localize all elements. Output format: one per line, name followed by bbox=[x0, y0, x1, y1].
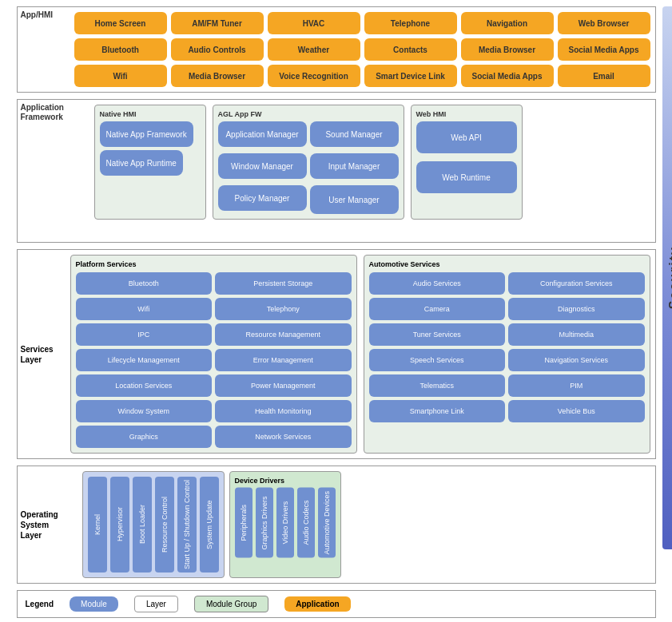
web-hmi-btns: Web API Web Runtime bbox=[416, 121, 517, 193]
app-social-media[interactable]: Social Media Apps bbox=[558, 38, 650, 61]
svc-bluetooth[interactable]: Bluetooth bbox=[76, 272, 213, 295]
legend-section: Legend Module Layer Module Group Applica… bbox=[17, 590, 656, 618]
os-core-box: Kernel Hypervisor Boot Loader Resource C… bbox=[82, 471, 225, 578]
os-boot-loader[interactable]: Boot Loader bbox=[133, 477, 152, 572]
legend-app-item: Application bbox=[284, 596, 350, 612]
app-wifi[interactable]: Wifi bbox=[74, 65, 167, 87]
platform-services-label: Platform Services bbox=[76, 260, 352, 268]
web-api[interactable]: Web API bbox=[416, 121, 517, 153]
services-label: Services Layer bbox=[21, 344, 65, 365]
svc-telematics[interactable]: Telematics bbox=[369, 374, 506, 397]
services-section: Services Layer Platform Services Bluetoo… bbox=[17, 249, 656, 459]
svc-tuner[interactable]: Tuner Services bbox=[369, 323, 506, 346]
app-social-media2[interactable]: Social Media Apps bbox=[461, 65, 554, 87]
app-web-browser[interactable]: Web Browser bbox=[558, 12, 650, 34]
dd-automotive-devices[interactable]: Automotive Devices bbox=[318, 488, 336, 558]
legend-group-box: Module Group bbox=[194, 596, 268, 612]
legend-layer-item: Layer bbox=[134, 596, 178, 612]
services-content: Platform Services Bluetooth Persistent S… bbox=[70, 255, 650, 454]
legend-layer-box: Layer bbox=[134, 596, 178, 612]
app-weather[interactable]: Weather bbox=[268, 38, 360, 61]
input-manager[interactable]: Input Manager bbox=[310, 153, 399, 179]
svc-error-mgmt[interactable]: Error Management bbox=[215, 349, 352, 371]
web-hmi-label: Web HMI bbox=[416, 110, 517, 118]
native-hmi-label: Native HMI bbox=[100, 110, 201, 118]
app-smart-device-link[interactable]: Smart Device Link bbox=[364, 65, 457, 87]
svc-location[interactable]: Location Services bbox=[76, 374, 213, 397]
security-bar: Security bbox=[662, 6, 673, 549]
os-kernel[interactable]: Kernel bbox=[88, 477, 107, 572]
app-voice-recognition[interactable]: Voice Recognition bbox=[268, 65, 360, 87]
svc-telephony[interactable]: Telephony bbox=[215, 298, 352, 320]
legend-module-item: Module bbox=[70, 596, 118, 612]
os-label: Operating System Layer bbox=[21, 509, 73, 541]
dd-items: Peripherals Graphics Drivers Video Drive… bbox=[235, 488, 336, 558]
app-bluetooth[interactable]: Bluetooth bbox=[74, 38, 167, 61]
legend-label: Legend bbox=[26, 600, 54, 608]
agl-grid: Application Manager Sound Manager Window… bbox=[218, 121, 399, 214]
svc-window-system[interactable]: Window System bbox=[76, 400, 213, 422]
device-drivers-label: Device Drivers bbox=[235, 477, 336, 485]
svc-graphics[interactable]: Graphics bbox=[76, 426, 213, 448]
svc-health-monitoring[interactable]: Health Monitoring bbox=[215, 400, 352, 422]
automotive-grid: Audio Services Configuration Services Ca… bbox=[369, 272, 645, 422]
dd-video-drivers[interactable]: Video Drivers bbox=[276, 488, 294, 558]
policy-manager[interactable]: Policy Manager bbox=[218, 185, 307, 211]
dd-graphics-drivers[interactable]: Graphics Drivers bbox=[256, 488, 273, 558]
agl-box: AGL App FW Application Manager Sound Man… bbox=[213, 105, 404, 220]
window-manager[interactable]: Window Manager bbox=[218, 153, 307, 179]
svc-navigation[interactable]: Navigation Services bbox=[508, 349, 645, 371]
sound-manager[interactable]: Sound Manager bbox=[310, 121, 399, 147]
platform-grid: Bluetooth Persistent Storage Wifi Teleph… bbox=[76, 272, 352, 448]
os-startup-shutdown[interactable]: Start Up / Shutdown Control bbox=[177, 477, 197, 572]
device-drivers-box: Device Drivers Peripherals Graphics Driv… bbox=[229, 471, 341, 578]
app-hvac[interactable]: HVAC bbox=[268, 12, 360, 34]
app-telephone[interactable]: Telephone bbox=[364, 12, 457, 34]
os-system-update[interactable]: System Update bbox=[200, 477, 219, 572]
app-audio-controls[interactable]: Audio Controls bbox=[171, 38, 264, 61]
web-runtime[interactable]: Web Runtime bbox=[416, 161, 517, 193]
native-app-framework[interactable]: Native App Framework bbox=[100, 121, 193, 147]
web-hmi-box: Web HMI Web API Web Runtime bbox=[411, 105, 523, 220]
svc-smartphone-link[interactable]: Smartphone Link bbox=[369, 400, 506, 422]
app-navigation[interactable]: Navigation bbox=[461, 12, 554, 34]
dd-audio-codecs[interactable]: Audio Codecs bbox=[297, 488, 315, 558]
legend-module-box: Module bbox=[70, 596, 118, 612]
svc-lifecycle[interactable]: Lifecycle Management bbox=[76, 349, 213, 371]
native-hmi-box: Native HMI Native App Framework Native A… bbox=[94, 105, 206, 220]
security-label: Security bbox=[667, 246, 673, 309]
apphmi-content: Home Screen AM/FM Tuner HVAC Telephone N… bbox=[74, 12, 650, 87]
os-resource-control[interactable]: Resource Control bbox=[155, 477, 174, 572]
os-content: Kernel Hypervisor Boot Loader Resource C… bbox=[82, 471, 650, 578]
svc-speech[interactable]: Speech Services bbox=[369, 349, 506, 371]
apphmi-label: App/HMI bbox=[21, 10, 54, 20]
svc-camera[interactable]: Camera bbox=[369, 298, 506, 320]
svc-diagnostics[interactable]: Diagnostics bbox=[508, 298, 645, 320]
svc-wifi[interactable]: Wifi bbox=[76, 298, 213, 320]
svc-pim[interactable]: PIM bbox=[508, 374, 645, 397]
svc-power-mgmt[interactable]: Power Management bbox=[215, 374, 352, 397]
svc-network-services[interactable]: Network Services bbox=[215, 426, 352, 448]
os-section: Operating System Layer Kernel Hypervisor… bbox=[17, 466, 656, 584]
os-hypervisor[interactable]: Hypervisor bbox=[110, 477, 129, 572]
app-home-screen[interactable]: Home Screen bbox=[74, 12, 167, 34]
app-contacts[interactable]: Contacts bbox=[364, 38, 457, 61]
svc-vehicle-bus[interactable]: Vehicle Bus bbox=[508, 400, 645, 422]
svc-multimedia[interactable]: Multimedia bbox=[508, 323, 645, 346]
automotive-services-label: Automotive Services bbox=[369, 260, 645, 268]
appfw-label: Application Framework bbox=[21, 103, 89, 122]
svc-persistent-storage[interactable]: Persistent Storage bbox=[215, 272, 352, 295]
svc-ipc[interactable]: IPC bbox=[76, 323, 213, 346]
platform-services-box: Platform Services Bluetooth Persistent S… bbox=[70, 255, 357, 454]
dd-peripherals[interactable]: Peripherals bbox=[235, 488, 252, 558]
application-manager[interactable]: Application Manager bbox=[218, 121, 307, 147]
app-amfm-tuner[interactable]: AM/FM Tuner bbox=[171, 12, 264, 34]
native-app-runtime[interactable]: Native App Runtime bbox=[100, 150, 183, 176]
svc-audio[interactable]: Audio Services bbox=[369, 272, 506, 295]
app-media-browser[interactable]: Media Browser bbox=[461, 38, 554, 61]
svc-resource-mgmt[interactable]: Resource Management bbox=[215, 323, 352, 346]
svc-config[interactable]: Configuration Services bbox=[508, 272, 645, 295]
user-manager[interactable]: User Manager bbox=[310, 185, 399, 214]
app-media-browser2[interactable]: Media Browser bbox=[171, 65, 264, 87]
app-email[interactable]: Email bbox=[558, 65, 650, 87]
